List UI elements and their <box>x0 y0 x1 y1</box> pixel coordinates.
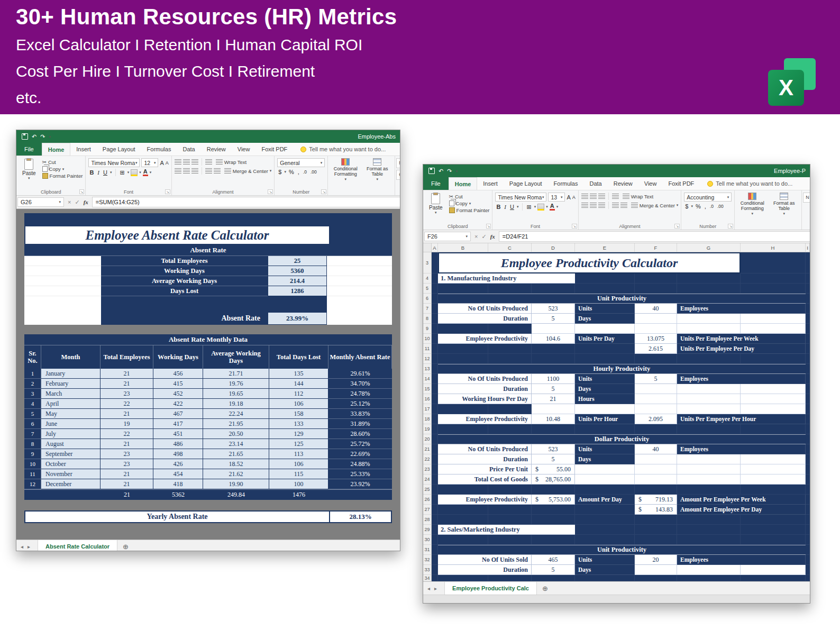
cell[interactable]: March <box>41 389 101 399</box>
ribbon-tab-data[interactable]: Data <box>177 143 200 156</box>
cell[interactable]: Units Per Employee Per Day <box>677 344 806 354</box>
cell[interactable]: August <box>41 439 101 449</box>
redo-icon[interactable]: ↷ <box>447 168 452 174</box>
align-bottom-icon[interactable] <box>598 194 605 199</box>
cell[interactable]: 129 <box>269 429 328 439</box>
cell[interactable] <box>575 424 635 434</box>
increase-decimal-icon[interactable]: .0 <box>709 204 715 209</box>
cell[interactable] <box>741 324 806 334</box>
cell[interactable] <box>635 535 677 545</box>
cell[interactable]: 40 <box>635 444 677 454</box>
italic-button[interactable]: I <box>503 204 507 210</box>
cell[interactable] <box>677 485 741 495</box>
decrease-decimal-icon[interactable]: .00 <box>716 204 725 209</box>
conditional-formatting-button[interactable]: Conditional Formatting ▾ <box>737 193 767 216</box>
dialog-launcher-icon[interactable]: ↘ <box>572 224 577 229</box>
cell[interactable]: 21 <box>101 379 153 389</box>
cell[interactable] <box>488 404 532 414</box>
ribbon-tab-file[interactable]: File <box>423 177 449 190</box>
cell[interactable]: Duration <box>438 565 532 575</box>
tell-me-box[interactable]: Tell me what you want to do... <box>300 143 386 156</box>
cell[interactable]: 22 <box>101 429 153 439</box>
cell[interactable] <box>677 314 741 324</box>
align-middle-icon[interactable] <box>183 159 190 165</box>
cell[interactable]: October <box>41 459 101 469</box>
cell[interactable]: Duration <box>438 454 532 464</box>
cell[interactable]: Unit Productivity <box>438 294 806 304</box>
number-format-select[interactable]: Accounting▾ <box>684 193 732 202</box>
cell[interactable] <box>635 273 677 284</box>
cell[interactable] <box>677 273 741 284</box>
cell[interactable]: 9 <box>24 449 41 459</box>
cell[interactable]: 21 <box>101 469 153 479</box>
conditional-formatting-button[interactable]: Conditional Formatting ▾ <box>331 158 360 181</box>
cell[interactable]: 456 <box>153 369 203 379</box>
cell[interactable]: No Of Units Sold <box>438 555 532 565</box>
cell[interactable] <box>806 555 810 565</box>
merge-center-button[interactable]: Merge & Center▾ <box>631 203 679 208</box>
cell[interactable] <box>635 424 677 434</box>
cell[interactable]: 10.48 <box>532 414 575 424</box>
cell[interactable] <box>575 525 635 535</box>
column-header-B[interactable]: B <box>438 243 488 252</box>
ribbon-tab-view[interactable]: View <box>232 143 256 156</box>
cell[interactable] <box>488 535 532 545</box>
cell[interactable] <box>806 374 810 384</box>
cell[interactable] <box>488 424 532 434</box>
cell[interactable]: $719.13 <box>635 495 677 505</box>
cell[interactable]: Units <box>575 444 635 454</box>
percent-format-icon[interactable]: % <box>288 169 295 175</box>
row-number[interactable]: 21 <box>423 444 432 454</box>
cell[interactable]: 21 <box>101 409 153 419</box>
cell[interactable]: No Of Units Produced <box>438 444 532 454</box>
dialog-launcher-icon[interactable]: ↘ <box>321 189 326 194</box>
cell[interactable] <box>806 304 810 314</box>
cell[interactable] <box>432 314 438 324</box>
cell[interactable]: Units Per Employee Per Week <box>677 334 806 344</box>
cell[interactable]: September <box>41 449 101 459</box>
cell[interactable] <box>635 515 677 525</box>
decrease-indent-icon[interactable] <box>612 203 619 208</box>
ribbon-tab-home[interactable]: Home <box>449 177 478 190</box>
cell[interactable] <box>806 454 810 464</box>
cell[interactable]: No Of Units Produced <box>438 304 532 314</box>
wrap-text-button[interactable]: Wrap Text <box>216 159 246 165</box>
borders-icon[interactable]: ⊞ <box>526 204 533 211</box>
cell[interactable]: Unit Productivity <box>438 545 806 555</box>
cell[interactable] <box>677 515 741 525</box>
cell[interactable]: 21.65 <box>203 449 269 459</box>
cell[interactable]: Employees <box>677 444 806 454</box>
cell[interactable]: Employee Productivity <box>438 414 532 424</box>
cell[interactable] <box>806 565 810 575</box>
cell[interactable] <box>677 284 741 294</box>
cell[interactable]: Dollar Productivity <box>438 434 806 444</box>
cell[interactable] <box>635 284 677 294</box>
cell[interactable]: Units <box>575 555 635 565</box>
cell[interactable]: $55.00 <box>532 464 575 474</box>
summary-value[interactable]: 25 <box>268 256 327 266</box>
cell[interactable] <box>806 294 810 304</box>
cell[interactable] <box>432 535 438 545</box>
cell[interactable]: December <box>41 479 101 489</box>
row-number[interactable]: 4 <box>423 273 432 284</box>
cell[interactable]: 5 <box>532 454 575 464</box>
formula-input[interactable]: =SUM(G14:G25) <box>92 197 400 207</box>
undo-icon[interactable]: ↶ <box>32 134 36 140</box>
align-middle-icon[interactable] <box>590 194 597 199</box>
cell[interactable] <box>741 394 806 404</box>
cell[interactable]: 112 <box>269 389 328 399</box>
paste-button[interactable]: Paste ▾ <box>19 158 39 181</box>
cell[interactable] <box>806 364 810 374</box>
cell[interactable] <box>677 454 741 464</box>
cell[interactable] <box>438 324 488 334</box>
cell[interactable] <box>432 414 438 424</box>
save-icon[interactable] <box>428 168 435 174</box>
cell[interactable]: 34.70% <box>328 379 392 389</box>
cell[interactable]: 20 <box>635 555 677 565</box>
cell[interactable] <box>677 394 741 404</box>
cell[interactable]: July <box>41 429 101 439</box>
cell[interactable] <box>432 575 438 581</box>
cell[interactable]: Days <box>575 565 635 575</box>
row-number[interactable]: 7 <box>423 304 432 314</box>
cell[interactable] <box>432 434 438 444</box>
